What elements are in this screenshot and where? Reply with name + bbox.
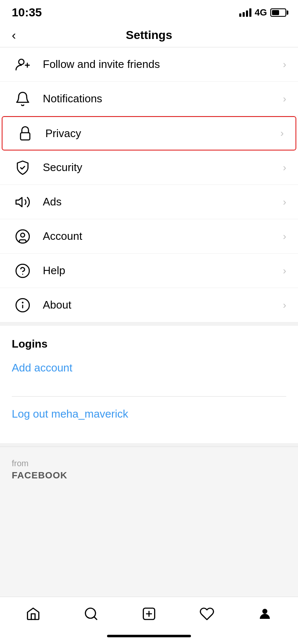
menu-item-ads[interactable]: Ads ›: [0, 185, 298, 219]
logins-title: Logins: [12, 338, 286, 351]
content-divider: [0, 443, 298, 447]
status-icons: 4G: [239, 7, 286, 18]
menu-label-about: About: [43, 299, 283, 312]
menu-label-ads: Ads: [43, 195, 283, 208]
header: ‹ Settings: [0, 23, 298, 47]
chevron-right-icon: ›: [283, 231, 286, 242]
menu-item-account[interactable]: Account ›: [0, 219, 298, 254]
signal-bars-icon: [239, 8, 251, 17]
svg-point-5: [16, 230, 29, 243]
svg-point-0: [19, 59, 24, 65]
lock-icon: [14, 122, 36, 144]
menu-item-about[interactable]: About ›: [0, 288, 298, 322]
chevron-right-icon: ›: [283, 93, 286, 105]
page-content: Follow and invite friends › Notification…: [0, 47, 298, 644]
megaphone-icon: [12, 191, 34, 213]
add-account-link[interactable]: Add account: [12, 361, 286, 385]
add-person-icon: [12, 54, 34, 75]
menu-label-notifications: Notifications: [43, 92, 283, 105]
chevron-right-icon: ›: [280, 127, 284, 139]
chevron-right-icon: ›: [283, 196, 286, 208]
logout-link[interactable]: Log out meha_maverick: [12, 397, 286, 432]
svg-point-12: [22, 302, 23, 303]
bottom-nav: [0, 597, 298, 644]
menu-item-security[interactable]: Security ›: [0, 151, 298, 185]
status-time: 10:35: [12, 6, 42, 19]
home-indicator-bar: [107, 635, 191, 637]
menu-label-help: Help: [43, 264, 283, 277]
home-indicator: [0, 631, 298, 644]
menu-item-notifications[interactable]: Notifications ›: [0, 82, 298, 116]
home-icon: [26, 606, 41, 621]
chevron-right-icon: ›: [283, 162, 286, 174]
nav-new-post[interactable]: [132, 601, 166, 626]
menu-label-security: Security: [43, 161, 283, 174]
menu-item-follow-invite[interactable]: Follow and invite friends ›: [0, 47, 298, 82]
network-label: 4G: [255, 7, 267, 18]
svg-point-6: [21, 233, 25, 237]
menu-label-account: Account: [43, 230, 283, 243]
menu-label-follow-invite: Follow and invite friends: [43, 58, 283, 71]
section-divider: [0, 322, 298, 326]
question-circle-icon: [12, 260, 34, 282]
facebook-brand: FACEBOOK: [12, 470, 286, 481]
svg-point-18: [262, 609, 267, 614]
menu-label-privacy: Privacy: [45, 127, 280, 140]
svg-marker-4: [16, 197, 22, 206]
svg-rect-3: [21, 132, 30, 140]
nav-profile[interactable]: [248, 601, 282, 626]
svg-point-7: [16, 264, 29, 278]
search-icon: [84, 606, 99, 621]
nav-activity[interactable]: [190, 601, 224, 626]
person-icon: [257, 606, 272, 621]
battery-icon: [270, 8, 286, 17]
page-title: Settings: [126, 29, 172, 42]
settings-menu: Follow and invite friends › Notification…: [0, 47, 298, 322]
plus-square-icon: [141, 606, 157, 621]
menu-item-help[interactable]: Help ›: [0, 254, 298, 288]
status-bar: 10:35 4G: [0, 0, 298, 23]
nav-search[interactable]: [74, 601, 108, 626]
back-button[interactable]: ‹: [12, 28, 16, 42]
bottom-nav-items: [0, 597, 298, 631]
svg-line-14: [94, 617, 97, 620]
bell-icon: [12, 88, 34, 110]
chevron-right-icon: ›: [283, 59, 286, 70]
chevron-right-icon: ›: [283, 265, 286, 277]
menu-item-privacy[interactable]: Privacy ›: [2, 116, 296, 151]
shield-icon: [12, 157, 34, 179]
from-label: from: [12, 459, 286, 468]
facebook-footer: from FACEBOOK: [0, 447, 298, 493]
nav-home[interactable]: [16, 601, 50, 626]
chevron-right-icon: ›: [283, 299, 286, 311]
info-circle-icon: [12, 294, 34, 316]
person-circle-icon: [12, 226, 34, 247]
heart-icon: [199, 606, 214, 621]
logins-section: Logins Add account Log out meha_maverick: [0, 326, 298, 432]
